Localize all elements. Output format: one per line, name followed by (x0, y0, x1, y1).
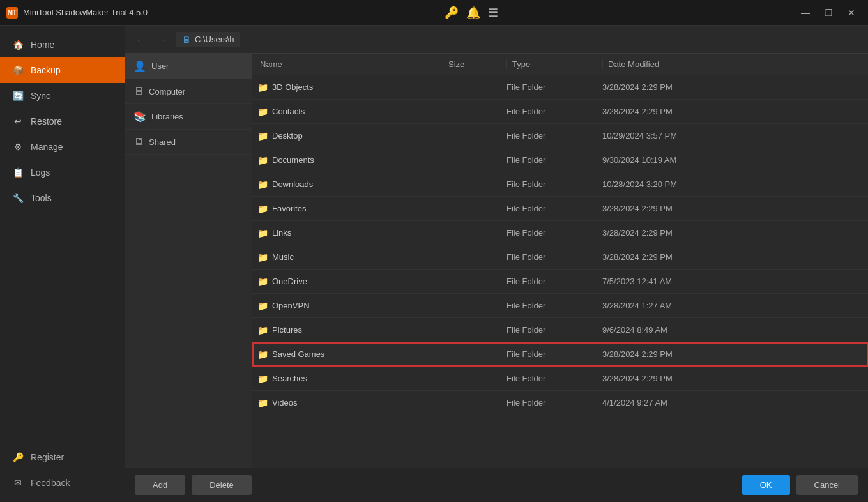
tree-item-shared[interactable]: 🖥 Shared (125, 130, 252, 155)
bottom-bar: Add Delete OK Cancel (125, 468, 868, 502)
app-title: MiniTool ShadowMaker Trial 4.5.0 (23, 8, 148, 17)
sidebar: 🏠 Home 📦 Backup 🔄 Sync ↩ Restore ⚙ Manag… (0, 26, 125, 502)
bell-icon[interactable]: 🔔 (466, 6, 480, 20)
sidebar-item-manage[interactable]: ⚙ Manage (0, 134, 125, 160)
tree-panel: 👤 User 🖥 Computer 📚 Libraries 🖥 Shared (125, 54, 252, 468)
file-row[interactable]: 📁 Searches File Folder 3/28/2024 2:29 PM (252, 367, 868, 391)
col-date-header: Date Modified (602, 59, 863, 69)
sidebar-item-feedback[interactable]: ✉ Feedback (0, 470, 125, 496)
file-row[interactable]: 📁 Favorites File Folder 3/28/2024 2:29 P… (252, 197, 868, 221)
sidebar-item-sync[interactable]: 🔄 Sync (0, 83, 125, 109)
tree-item-computer[interactable]: 🖥 Computer (125, 79, 252, 104)
sidebar-item-restore[interactable]: ↩ Restore (0, 109, 125, 134)
file-row[interactable]: 📁 Links File Folder 3/28/2024 2:29 PM (252, 221, 868, 245)
file-name-cell: 📁 Music (257, 252, 443, 262)
file-type-cell: File Folder (506, 301, 602, 310)
folder-icon: 📁 (257, 277, 268, 287)
file-type-cell: File Folder (506, 252, 602, 262)
sidebar-label-home: Home (31, 40, 54, 50)
restore-icon: ↩ (11, 115, 24, 128)
sidebar-item-home[interactable]: 🏠 Home (0, 32, 125, 57)
folder-icon: 📁 (257, 204, 268, 214)
sidebar-label-manage: Manage (31, 142, 63, 152)
file-type-cell: File Folder (506, 325, 602, 335)
sidebar-label-register: Register (31, 452, 64, 462)
logs-icon: 📋 (11, 166, 24, 179)
file-name-cell: 📁 Pictures (257, 325, 443, 335)
restore-button[interactable]: ❐ (818, 4, 839, 22)
menu-icon[interactable]: ☰ (488, 6, 498, 20)
file-type-cell: File Folder (506, 349, 602, 359)
ok-button[interactable]: OK (742, 475, 790, 495)
path-display: 🖥 C:\Users\h (176, 32, 240, 47)
folder-icon: 📁 (257, 82, 268, 93)
folder-icon: 📁 (257, 252, 268, 262)
file-type-cell: File Folder (506, 131, 602, 141)
file-name-cell: 📁 Favorites (257, 204, 443, 214)
file-row[interactable]: 📁 Music File Folder 3/28/2024 2:29 PM (252, 245, 868, 270)
file-date-cell: 3/28/2024 1:27 AM (602, 301, 863, 310)
file-row[interactable]: 📁 Contacts File Folder 3/28/2024 2:29 PM (252, 100, 868, 124)
sidebar-item-tools[interactable]: 🔧 Tools (0, 185, 125, 211)
file-date-cell: 7/5/2023 12:41 AM (602, 277, 863, 286)
tree-icon-computer: 🖥 (133, 86, 144, 97)
file-row[interactable]: 📁 Desktop File Folder 10/29/2024 3:57 PM (252, 124, 868, 148)
file-name-cell: 📁 Searches (257, 374, 443, 384)
add-button[interactable]: Add (135, 475, 185, 495)
file-type-cell: File Folder (506, 179, 602, 189)
sidebar-label-logs: Logs (31, 167, 50, 178)
cancel-button[interactable]: Cancel (796, 475, 858, 495)
file-type-cell: File Folder (506, 374, 602, 383)
nav-bottom: 🔑 Register ✉ Feedback (0, 445, 125, 502)
file-row[interactable]: 📁 OneDrive File Folder 7/5/2023 12:41 AM (252, 270, 868, 294)
file-name-cell: 📁 Contacts (257, 107, 443, 117)
file-row[interactable]: 📁 Pictures File Folder 9/6/2024 8:49 AM (252, 318, 868, 342)
file-date-cell: 9/30/2024 10:19 AM (602, 155, 863, 165)
col-type-header: Type (506, 59, 602, 69)
file-row[interactable]: 📁 Documents File Folder 9/30/2024 10:19 … (252, 148, 868, 172)
sidebar-item-register[interactable]: 🔑 Register (0, 445, 125, 470)
sync-icon: 🔄 (11, 89, 24, 102)
delete-button[interactable]: Delete (192, 475, 252, 495)
file-name-text: Videos (272, 398, 298, 407)
home-icon: 🏠 (11, 38, 24, 51)
file-name-text: Desktop (272, 131, 303, 141)
tree-icon-user: 👤 (133, 60, 146, 72)
path-icon: 🖥 (182, 34, 191, 45)
file-list[interactable]: 📁 3D Objects File Folder 3/28/2024 2:29 … (252, 75, 868, 468)
bottom-right: OK Cancel (742, 475, 858, 495)
file-row[interactable]: 📁 Saved Games File Folder 3/28/2024 2:29… (252, 342, 868, 367)
file-name-text: Favorites (272, 204, 306, 213)
col-name-header: Name (257, 59, 443, 69)
backup-icon: 📦 (11, 64, 24, 77)
sidebar-item-backup[interactable]: 📦 Backup (0, 57, 125, 83)
file-row[interactable]: 📁 Downloads File Folder 10/28/2024 3:20 … (252, 172, 868, 197)
file-date-cell: 3/28/2024 2:29 PM (602, 349, 863, 359)
minimize-button[interactable]: — (795, 4, 816, 22)
tree-icon-libraries: 📚 (133, 110, 146, 123)
sidebar-item-logs[interactable]: 📋 Logs (0, 160, 125, 185)
back-button[interactable]: ← (132, 32, 149, 47)
file-type-cell: File Folder (506, 82, 602, 92)
file-date-cell: 3/28/2024 2:29 PM (602, 82, 863, 92)
content: ← → 🖥 C:\Users\h 👤 User 🖥 Computer 📚 Lib… (125, 26, 868, 502)
main-layout: 🏠 Home 📦 Backup 🔄 Sync ↩ Restore ⚙ Manag… (0, 26, 868, 502)
forward-button[interactable]: → (154, 32, 171, 47)
file-row[interactable]: 📁 3D Objects File Folder 3/28/2024 2:29 … (252, 75, 868, 100)
file-name-text: Links (272, 228, 291, 238)
tree-item-user[interactable]: 👤 User (125, 54, 252, 79)
file-type-cell: File Folder (506, 155, 602, 165)
folder-icon: 📁 (257, 228, 268, 238)
file-row[interactable]: 📁 Videos File Folder 4/1/2024 9:27 AM (252, 391, 868, 415)
sidebar-label-sync: Sync (31, 91, 50, 101)
file-row[interactable]: 📁 OpenVPN File Folder 3/28/2024 1:27 AM (252, 294, 868, 318)
folder-icon: 📁 (257, 398, 268, 408)
manage-icon: ⚙ (11, 141, 24, 153)
key-icon[interactable]: 🔑 (445, 6, 459, 20)
nav-items: 🏠 Home 📦 Backup 🔄 Sync ↩ Restore ⚙ Manag… (0, 32, 125, 211)
file-type-cell: File Folder (506, 277, 602, 286)
close-button[interactable]: ✕ (841, 4, 862, 22)
tree-label-user: User (151, 61, 169, 71)
tree-item-libraries[interactable]: 📚 Libraries (125, 104, 252, 130)
file-name-text: Documents (272, 155, 314, 165)
